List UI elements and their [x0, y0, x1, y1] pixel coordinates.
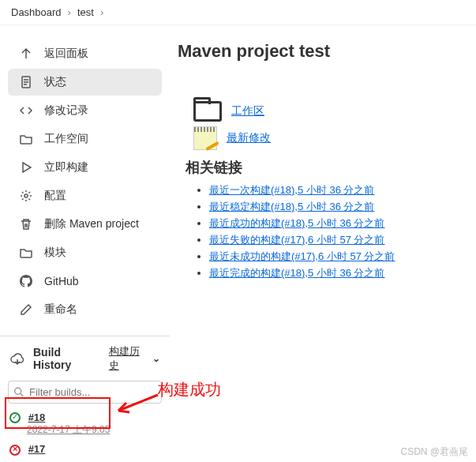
nav-rename[interactable]: 重命名 — [8, 296, 162, 323]
nav-label: 立即构建 — [44, 160, 88, 175]
annotation-text: 构建成功 — [158, 379, 221, 400]
nav-modules[interactable]: 模块 — [8, 239, 162, 266]
search-icon — [13, 387, 24, 397]
chevron-right-icon: › — [68, 6, 71, 18]
folder-large-icon — [193, 101, 222, 122]
nav-delete[interactable]: 删除 Maven project — [8, 211, 162, 238]
build-number[interactable]: #17 — [28, 443, 46, 455]
svg-point-1 — [24, 194, 28, 197]
nav-back[interactable]: 返回面板 — [8, 40, 162, 67]
folder-icon — [19, 246, 33, 260]
nav-status[interactable]: 状态 — [8, 69, 162, 96]
page-title: Maven project test — [178, 41, 468, 62]
nav-github[interactable]: GitHub — [8, 268, 162, 295]
notepad-icon — [193, 126, 217, 150]
nav-label: 状态 — [44, 75, 66, 89]
nav-label: 修改记录 — [44, 103, 88, 118]
nav-workspace[interactable]: 工作空间 — [8, 126, 162, 152]
nav-label: 配置 — [44, 189, 66, 203]
permalink[interactable]: 最近一次构建(#18),5 小时 36 分之前 — [209, 184, 375, 196]
watermark: CSDN @君燕尾 — [400, 445, 468, 459]
svg-point-2 — [15, 389, 21, 395]
arrow-up-icon — [19, 47, 33, 61]
permalinks-list: 最近一次构建(#18),5 小时 36 分之前 最近稳定构建(#18),5 小时… — [209, 183, 468, 280]
nav-configure[interactable]: 配置 — [8, 182, 162, 209]
chevron-right-icon: › — [100, 6, 103, 18]
play-icon — [19, 160, 33, 175]
breadcrumb: Dashboard › test › — [0, 0, 476, 25]
nav-label: 重命名 — [44, 302, 77, 317]
permalink[interactable]: 最近稳定构建(#18),5 小时 36 分之前 — [209, 201, 375, 212]
nav-label: 删除 Maven project — [44, 217, 139, 231]
cloud-icon — [9, 351, 25, 366]
breadcrumb-item[interactable]: Dashboard — [11, 6, 62, 18]
nav-label: 工作空间 — [44, 132, 88, 146]
github-icon — [19, 274, 33, 288]
nav-changes[interactable]: 修改记录 — [8, 97, 162, 124]
permalink[interactable]: 最近未成功的构建(#17),6 小时 57 分之前 — [209, 250, 395, 262]
recent-changes-link[interactable]: 最新修改 — [227, 131, 271, 145]
build-date[interactable]: 2022-7-17 上午9:05 — [27, 424, 110, 435]
build-history-title: Build History — [33, 346, 93, 371]
folder-icon — [19, 132, 33, 146]
permalink[interactable]: 最近失败的构建(#17),6 小时 57 分之前 — [209, 234, 385, 246]
code-icon — [19, 103, 33, 118]
nav-label: GitHub — [44, 275, 79, 287]
permalinks-heading: 相关链接 — [186, 158, 468, 177]
nav-build-now[interactable]: 立即构建 — [8, 154, 162, 181]
chevron-down-icon[interactable]: ⌄ — [152, 353, 160, 364]
gear-icon — [19, 189, 33, 203]
edit-icon — [19, 302, 33, 317]
build-row[interactable]: #17 — [0, 440, 170, 459]
nav-label: 模块 — [44, 246, 66, 260]
status-fail-icon — [9, 445, 21, 456]
status-success-icon — [9, 412, 21, 423]
breadcrumb-item[interactable]: test — [77, 6, 94, 18]
workspace-link[interactable]: 工作区 — [231, 104, 264, 118]
permalink[interactable]: 最近完成的构建(#18),5 小时 36 分之前 — [209, 267, 385, 279]
build-number[interactable]: #18 — [28, 411, 46, 423]
document-icon — [19, 75, 33, 89]
trash-icon — [19, 217, 33, 231]
permalink[interactable]: 最近成功的构建(#18),5 小时 36 分之前 — [209, 217, 385, 229]
build-history-trend-link[interactable]: 构建历史 — [109, 344, 144, 373]
nav-label: 返回面板 — [44, 47, 88, 61]
